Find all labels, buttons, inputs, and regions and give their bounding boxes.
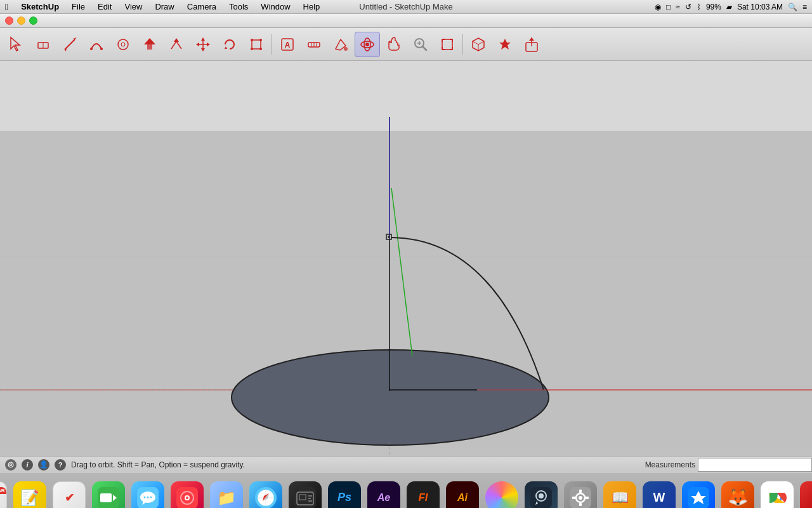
svg-marker-52 bbox=[499, 39, 511, 50]
select-tool-button[interactable] bbox=[4, 32, 29, 57]
svg-point-81 bbox=[144, 496, 146, 498]
dock-app-steam[interactable] bbox=[523, 479, 560, 509]
pushpull-tool-button[interactable] bbox=[137, 32, 162, 57]
extension-icon bbox=[497, 36, 513, 53]
zoom-tool-button[interactable] bbox=[408, 32, 433, 57]
traffic-lights bbox=[5, 17, 37, 25]
orbit-tool-button[interactable] bbox=[355, 32, 380, 57]
menu-edit[interactable]: Edit bbox=[93, 1, 117, 12]
orbit-status-icon[interactable]: ◎ bbox=[5, 459, 16, 471]
share-tool-button[interactable] bbox=[519, 32, 544, 57]
dock-app-capture[interactable] bbox=[287, 479, 324, 509]
dock-app-photos[interactable] bbox=[483, 479, 520, 509]
dock-app-ibooks[interactable]: 📖 bbox=[601, 479, 638, 509]
menu-window[interactable]: Window bbox=[256, 1, 295, 12]
freehand-tool-button[interactable] bbox=[110, 32, 136, 57]
minimize-button[interactable] bbox=[17, 17, 25, 25]
arc-tool-button[interactable] bbox=[84, 32, 109, 57]
svg-line-62 bbox=[391, 188, 412, 356]
toolbar: A bbox=[0, 28, 812, 61]
user-status-icon[interactable]: 👤 bbox=[38, 459, 49, 471]
apple-logo-icon[interactable]:  bbox=[5, 2, 8, 12]
menu-view[interactable]: View bbox=[119, 1, 147, 12]
eraser-tool-button[interactable] bbox=[30, 32, 56, 57]
paint-bucket-tool-button[interactable] bbox=[328, 32, 353, 57]
eraser-icon bbox=[35, 36, 51, 53]
help-status-icon[interactable]: ? bbox=[55, 459, 66, 471]
paint-icon bbox=[332, 36, 349, 53]
wifi-icon[interactable]: ≈ bbox=[676, 3, 680, 11]
dock-app-photoshop[interactable]: Ps bbox=[326, 479, 363, 509]
svg-point-21 bbox=[251, 39, 253, 41]
dock-app-pocketsuite[interactable]: P bbox=[798, 479, 812, 509]
menu-draw[interactable]: Draw bbox=[150, 1, 179, 12]
spotlight-icon[interactable]: 🔍 bbox=[788, 3, 797, 11]
svg-point-22 bbox=[259, 39, 262, 41]
close-button[interactable] bbox=[5, 17, 13, 25]
maximize-button[interactable] bbox=[29, 17, 37, 25]
sysprefs-icon bbox=[564, 481, 597, 509]
tape-measure-tool-button[interactable] bbox=[301, 32, 327, 57]
text-icon: A bbox=[279, 36, 296, 53]
files-icon: 📁 bbox=[210, 481, 243, 509]
pan-tool-button[interactable] bbox=[381, 32, 407, 57]
reminders-icon: ✔ bbox=[53, 481, 86, 509]
dock: 📓 CALENDAR 30 📝 ✔ 📁 bbox=[0, 472, 812, 508]
text-tool-button[interactable]: A bbox=[275, 32, 300, 57]
battery-percentage: 99% bbox=[706, 3, 721, 11]
extension-tool-button[interactable] bbox=[492, 32, 518, 57]
canvas-area[interactable] bbox=[0, 61, 812, 456]
bluetooth-icon[interactable]: ᛒ bbox=[697, 3, 701, 11]
dock-app-files[interactable]: 📁 bbox=[208, 479, 245, 509]
rotate-tool-button[interactable] bbox=[217, 32, 242, 57]
svg-marker-14 bbox=[201, 48, 205, 51]
dock-app-messages[interactable] bbox=[129, 479, 166, 509]
svg-point-7 bbox=[100, 48, 103, 50]
pocketsuite-icon: P bbox=[800, 481, 812, 509]
move-tool-button[interactable] bbox=[190, 32, 216, 57]
svg-point-105 bbox=[579, 496, 582, 500]
zoom-extents-tool-button[interactable] bbox=[435, 32, 460, 57]
dock-app-chrome[interactable] bbox=[759, 479, 796, 509]
time-machine-icon[interactable]: ↺ bbox=[685, 3, 691, 11]
dock-app-reminders[interactable]: ✔ bbox=[51, 479, 88, 509]
menu-file[interactable]: File bbox=[67, 1, 90, 12]
svg-marker-10 bbox=[144, 38, 155, 44]
dock-app-illustrator[interactable]: Ai bbox=[444, 479, 481, 509]
dock-app-calendar[interactable]: CALENDAR 30 bbox=[0, 479, 9, 509]
airplay-icon[interactable]: □ bbox=[666, 3, 671, 11]
notification-icon[interactable]: ≡ bbox=[802, 3, 807, 11]
svg-point-23 bbox=[251, 48, 253, 50]
dock-app-safari[interactable] bbox=[247, 479, 284, 509]
menu-camera[interactable]: Camera bbox=[182, 1, 221, 12]
share-icon bbox=[523, 36, 540, 53]
scale-tool-button[interactable] bbox=[244, 32, 269, 57]
svg-rect-108 bbox=[572, 497, 575, 499]
dock-app-itunes[interactable] bbox=[169, 479, 206, 509]
warehouse-tool-button[interactable] bbox=[466, 32, 491, 57]
dock-app-word[interactable]: W bbox=[641, 479, 678, 509]
dock-app-firefox[interactable]: 🦊 bbox=[719, 479, 756, 509]
info-status-icon[interactable]: i bbox=[22, 459, 33, 471]
measurements-input[interactable] bbox=[698, 458, 812, 472]
dock-app-aftereffects[interactable]: Ae bbox=[365, 479, 402, 509]
ibooks-icon: 📖 bbox=[603, 481, 636, 509]
svg-point-9 bbox=[121, 43, 125, 46]
pushpull-icon bbox=[141, 36, 158, 53]
svg-marker-12 bbox=[174, 38, 179, 42]
line-tool-button[interactable] bbox=[57, 32, 82, 57]
svg-point-8 bbox=[118, 39, 128, 50]
orbit-icon bbox=[359, 36, 376, 53]
menu-sketchup[interactable]: SketchUp bbox=[16, 1, 64, 12]
menu-help[interactable]: Help bbox=[298, 1, 325, 12]
zoom-extents-icon bbox=[439, 36, 455, 53]
dock-app-notes[interactable]: 📝 bbox=[11, 479, 48, 509]
dock-app-appstore[interactable] bbox=[680, 479, 717, 509]
itunes-icon bbox=[171, 481, 204, 509]
dock-app-sysprefs[interactable] bbox=[562, 479, 599, 509]
menu-tools[interactable]: Tools bbox=[224, 1, 253, 12]
siri-icon[interactable]: ◉ bbox=[655, 3, 661, 11]
dock-app-facetime[interactable] bbox=[90, 479, 127, 509]
followme-tool-button[interactable] bbox=[164, 32, 189, 57]
dock-app-animate[interactable]: Fl bbox=[405, 479, 442, 509]
